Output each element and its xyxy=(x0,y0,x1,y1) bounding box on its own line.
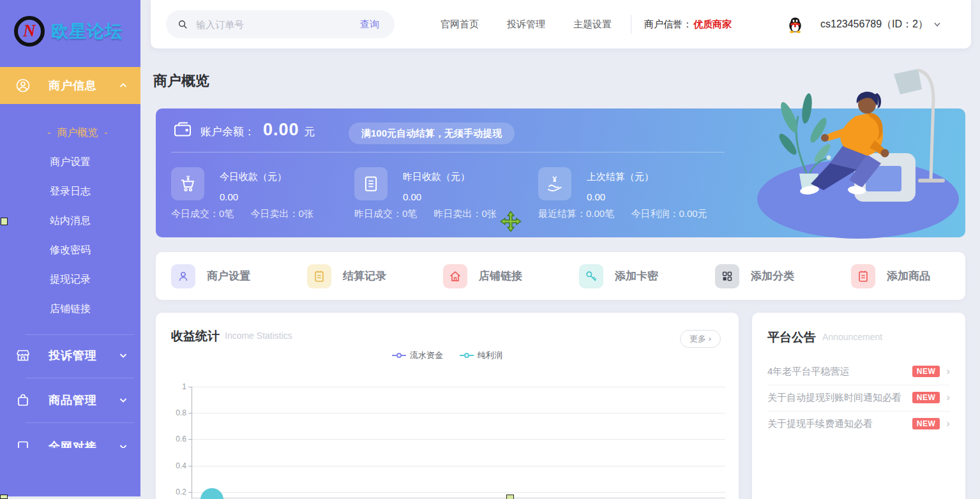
gridline xyxy=(192,466,725,466)
sidebar-item-change-password[interactable]: 修改密码 xyxy=(0,241,140,259)
gridline xyxy=(192,492,725,493)
sidebar-item-merchant-settings[interactable]: 商户设置 xyxy=(0,153,140,171)
sidebar-group-products[interactable]: 商品管理 xyxy=(0,387,140,413)
sidebar-divider xyxy=(26,334,134,335)
active-marker: - xyxy=(47,127,50,138)
chevron-down-icon xyxy=(119,396,128,405)
lamp-illustration xyxy=(894,69,945,182)
chevron-down-icon xyxy=(119,351,128,360)
announcement-item[interactable]: 关于自动提现到账时间通知必看 NEW › xyxy=(767,385,950,410)
gridline xyxy=(192,439,725,440)
quick-action-add-product[interactable]: 添加商品 xyxy=(851,252,930,300)
sidebar-item-withdraw-records[interactable]: 提现记录 xyxy=(0,271,140,288)
y-axis-tick: 0.6 xyxy=(156,435,186,443)
chevron-down-icon[interactable] xyxy=(933,20,941,28)
balance-unit: 元 xyxy=(304,124,315,139)
sidebar-item-label: 站内消息 xyxy=(50,215,91,226)
balance-divider xyxy=(171,152,725,153)
stray-artifact-square xyxy=(1,218,8,225)
sidebar-item-site-messages[interactable]: 站内消息 xyxy=(0,212,140,230)
brand-logo-icon: N xyxy=(14,16,45,47)
sidebar-item-shop-link[interactable]: 店铺链接 xyxy=(0,300,140,318)
quick-action-shop-link[interactable]: 店铺链接 xyxy=(443,252,522,300)
legend-flow-funds[interactable]: 流水资金 xyxy=(392,350,443,361)
app-logo[interactable]: N 欧星论坛 xyxy=(0,0,140,62)
data-point-marker xyxy=(200,488,223,499)
active-marker: - xyxy=(104,127,107,138)
stat-footer-text: 今日利润：0.00元 xyxy=(631,208,707,219)
sidebar-item-label: 商户设置 xyxy=(50,156,91,167)
quick-action-label: 添加商品 xyxy=(887,269,930,283)
chevron-right-icon: › xyxy=(946,391,950,404)
home-icon xyxy=(443,264,467,288)
sidebar-group-label: 商户信息 xyxy=(27,78,119,93)
sidebar-item-merchant-overview[interactable]: -商户概览- xyxy=(0,124,140,142)
new-badge: NEW xyxy=(912,366,940,377)
quick-action-add-category[interactable]: 添加分类 xyxy=(715,252,794,300)
chevron-right-icon: › xyxy=(946,365,950,378)
y-axis-tick: 0.8 xyxy=(156,408,186,417)
stat-footer-text: 昨日成交：0笔 xyxy=(354,208,417,219)
announcement-item[interactable]: 关于提现手续费通知必看 NEW › xyxy=(767,411,950,436)
username[interactable]: cs123456789（ID：2） xyxy=(820,18,928,31)
stat-footer-settlement: 最近结算：0.00笔 今日利润：0.00元 xyxy=(538,208,707,220)
line-marker-icon xyxy=(460,353,474,358)
legend-label: 纯利润 xyxy=(478,350,502,361)
stat-value: 0.00 xyxy=(220,191,360,202)
wallet-icon xyxy=(174,121,192,138)
stat-footer-today: 今日成交：0笔 今日卖出：0张 xyxy=(171,208,313,220)
quick-action-merchant-settings[interactable]: 商户设置 xyxy=(171,252,250,300)
search-button[interactable]: 查询 xyxy=(360,19,379,31)
sidebar-divider xyxy=(26,422,134,423)
new-badge: NEW xyxy=(912,418,940,429)
announcement-text: 关于提现手续费通知必看 xyxy=(767,418,907,430)
brand-title: 欧星论坛 xyxy=(51,20,123,43)
move-cursor-icon xyxy=(500,211,522,232)
chart-legend: 流水资金 纯利润 xyxy=(156,350,739,361)
legend-net-profit[interactable]: 纯利润 xyxy=(460,350,502,361)
y-axis-tick: 0.4 xyxy=(156,461,186,470)
announcement-item[interactable]: 4年老平台平稳营运 NEW › xyxy=(767,359,950,384)
chevron-right-icon: › xyxy=(946,417,950,430)
stray-artifact-square xyxy=(0,495,8,499)
quick-action-settlement-records[interactable]: 结算记录 xyxy=(307,252,386,300)
sidebar-group-network[interactable]: 全网对接 xyxy=(0,431,140,448)
nav-home-link[interactable]: 官网首页 xyxy=(441,19,479,31)
quick-action-label: 添加分类 xyxy=(751,269,794,283)
sidebar-item-label: 登录日志 xyxy=(50,186,91,197)
hand-yen-icon xyxy=(538,167,571,200)
income-statistics-card: 收益统计 Income Statistics 更多 › 流水资金 纯利润 1 0… xyxy=(156,313,739,499)
sidebar-group-complaints[interactable]: 投诉管理 xyxy=(0,342,140,369)
quick-action-add-card-key[interactable]: 添加卡密 xyxy=(579,252,658,300)
sidebar-group-label: 全网对接 xyxy=(27,439,119,448)
sidebar-group-label: 商品管理 xyxy=(27,392,119,408)
x-axis xyxy=(192,498,725,498)
sidebar-divider xyxy=(26,378,134,378)
auto-settle-notice: 满100元自动结算，无须手动提现 xyxy=(349,123,515,144)
more-button[interactable]: 更多 › xyxy=(680,330,721,348)
sidebar-item-label: 店铺链接 xyxy=(50,303,91,314)
sidebar-item-label: 商户概览 xyxy=(57,127,98,138)
stat-footer-text: 昨日卖出：0张 xyxy=(434,208,497,219)
sidebar-item-login-log[interactable]: 登录日志 xyxy=(0,182,140,200)
header-divider xyxy=(631,15,631,34)
quick-action-label: 商户设置 xyxy=(207,269,250,283)
chart-title: 收益统计 xyxy=(171,328,220,345)
stat-footer-text: 最近结算：0.00笔 xyxy=(538,208,614,219)
stat-footer-text: 今日卖出：0张 xyxy=(251,208,313,219)
quick-action-label: 店铺链接 xyxy=(479,269,522,283)
announcements-subtitle: Announcement xyxy=(822,332,882,342)
nav-theme-link[interactable]: 主题设置 xyxy=(573,19,612,31)
person-illustration xyxy=(799,92,889,196)
clipboard-icon xyxy=(851,264,875,288)
announcement-text: 4年老平台平稳营运 xyxy=(767,366,907,378)
balance-card: 账户余额： 0.00 元 满100元自动结算，无须手动提现 今日收款（元） 0.… xyxy=(156,108,965,237)
data-point-marker xyxy=(506,495,514,499)
clipboard-icon xyxy=(307,264,331,288)
nav-complaints-link[interactable]: 投诉管理 xyxy=(507,19,545,31)
announcement-text: 关于自动提现到账时间通知必看 xyxy=(767,392,907,404)
stat-label: 昨日收款（元） xyxy=(403,171,543,183)
sidebar-group-merchant-info[interactable]: 商户信息 xyxy=(0,67,140,104)
avatar[interactable] xyxy=(787,16,804,33)
search-input[interactable] xyxy=(196,19,360,30)
